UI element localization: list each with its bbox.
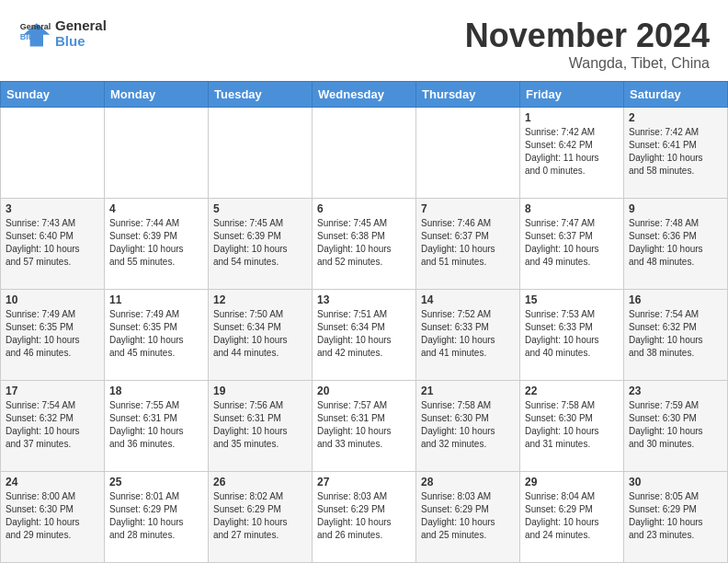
day-info: Sunrise: 7:45 AM Sunset: 6:38 PM Dayligh… bbox=[317, 218, 392, 267]
week-row-1: 1Sunrise: 7:42 AM Sunset: 6:42 PM Daylig… bbox=[1, 108, 728, 199]
day-cell-29: 29Sunrise: 8:04 AM Sunset: 6:29 PM Dayli… bbox=[520, 472, 624, 563]
day-info: Sunrise: 7:48 AM Sunset: 6:36 PM Dayligh… bbox=[629, 218, 703, 267]
day-number: 22 bbox=[525, 385, 619, 397]
day-cell-8: 8Sunrise: 7:47 AM Sunset: 6:37 PM Daylig… bbox=[520, 199, 624, 290]
logo: General Blue General Blue bbox=[18, 17, 107, 50]
day-number: 6 bbox=[317, 202, 411, 215]
week-row-2: 3Sunrise: 7:43 AM Sunset: 6:40 PM Daylig… bbox=[1, 199, 728, 290]
day-number: 18 bbox=[109, 385, 203, 397]
day-number: 23 bbox=[629, 385, 722, 397]
day-number: 11 bbox=[109, 293, 203, 306]
day-number: 20 bbox=[317, 385, 411, 397]
day-cell-10: 10Sunrise: 7:49 AM Sunset: 6:35 PM Dayli… bbox=[1, 290, 105, 381]
empty-cell bbox=[416, 108, 520, 199]
day-number: 21 bbox=[421, 385, 515, 397]
day-number: 24 bbox=[6, 476, 99, 488]
day-info: Sunrise: 8:03 AM Sunset: 6:29 PM Dayligh… bbox=[421, 491, 495, 540]
day-info: Sunrise: 8:01 AM Sunset: 6:29 PM Dayligh… bbox=[109, 491, 184, 540]
day-number: 1 bbox=[525, 111, 619, 124]
day-number: 14 bbox=[421, 293, 515, 306]
day-number: 28 bbox=[421, 476, 515, 488]
weekday-header-row: SundayMondayTuesdayWednesdayThursdayFrid… bbox=[1, 82, 728, 108]
empty-cell bbox=[105, 108, 209, 199]
day-info: Sunrise: 7:50 AM Sunset: 6:34 PM Dayligh… bbox=[213, 309, 288, 358]
day-cell-25: 25Sunrise: 8:01 AM Sunset: 6:29 PM Dayli… bbox=[105, 472, 209, 563]
weekday-header-monday: Monday bbox=[105, 82, 209, 108]
day-number: 3 bbox=[6, 202, 99, 215]
day-cell-5: 5Sunrise: 7:45 AM Sunset: 6:39 PM Daylig… bbox=[209, 199, 313, 290]
day-cell-15: 15Sunrise: 7:53 AM Sunset: 6:33 PM Dayli… bbox=[520, 290, 624, 381]
weekday-header-sunday: Sunday bbox=[1, 82, 105, 108]
day-number: 17 bbox=[6, 385, 99, 397]
day-cell-16: 16Sunrise: 7:54 AM Sunset: 6:32 PM Dayli… bbox=[624, 290, 728, 381]
weekday-header-thursday: Thursday bbox=[416, 82, 520, 108]
weekday-header-tuesday: Tuesday bbox=[209, 82, 313, 108]
day-number: 8 bbox=[525, 202, 619, 215]
day-number: 4 bbox=[109, 202, 203, 215]
day-info: Sunrise: 7:51 AM Sunset: 6:34 PM Dayligh… bbox=[317, 309, 392, 358]
logo-text-blue: Blue bbox=[55, 33, 107, 49]
week-row-5: 24Sunrise: 8:00 AM Sunset: 6:30 PM Dayli… bbox=[1, 472, 728, 563]
day-cell-27: 27Sunrise: 8:03 AM Sunset: 6:29 PM Dayli… bbox=[313, 472, 416, 563]
day-cell-28: 28Sunrise: 8:03 AM Sunset: 6:29 PM Dayli… bbox=[416, 472, 520, 563]
location-title: Wangda, Tibet, China bbox=[465, 55, 710, 72]
day-number: 15 bbox=[525, 293, 619, 306]
day-number: 30 bbox=[629, 476, 722, 488]
day-cell-19: 19Sunrise: 7:56 AM Sunset: 6:31 PM Dayli… bbox=[209, 381, 313, 472]
day-info: Sunrise: 7:54 AM Sunset: 6:32 PM Dayligh… bbox=[6, 400, 80, 449]
day-cell-26: 26Sunrise: 8:02 AM Sunset: 6:29 PM Dayli… bbox=[209, 472, 313, 563]
day-cell-13: 13Sunrise: 7:51 AM Sunset: 6:34 PM Dayli… bbox=[313, 290, 416, 381]
header: General Blue General Blue November 2024 … bbox=[0, 0, 728, 81]
day-cell-6: 6Sunrise: 7:45 AM Sunset: 6:38 PM Daylig… bbox=[313, 199, 416, 290]
day-cell-30: 30Sunrise: 8:05 AM Sunset: 6:29 PM Dayli… bbox=[624, 472, 728, 563]
day-info: Sunrise: 7:45 AM Sunset: 6:39 PM Dayligh… bbox=[213, 218, 288, 267]
page: General Blue General Blue November 2024 … bbox=[0, 0, 728, 563]
day-cell-1: 1Sunrise: 7:42 AM Sunset: 6:42 PM Daylig… bbox=[520, 108, 624, 199]
day-number: 2 bbox=[629, 111, 722, 124]
day-info: Sunrise: 8:05 AM Sunset: 6:29 PM Dayligh… bbox=[629, 491, 703, 540]
day-cell-2: 2Sunrise: 7:42 AM Sunset: 6:41 PM Daylig… bbox=[624, 108, 728, 199]
day-number: 25 bbox=[109, 476, 203, 488]
day-info: Sunrise: 7:42 AM Sunset: 6:41 PM Dayligh… bbox=[629, 127, 703, 176]
month-title: November 2024 bbox=[465, 17, 710, 55]
day-info: Sunrise: 7:53 AM Sunset: 6:33 PM Dayligh… bbox=[525, 309, 599, 358]
day-info: Sunrise: 7:49 AM Sunset: 6:35 PM Dayligh… bbox=[109, 309, 184, 358]
weekday-header-friday: Friday bbox=[520, 82, 624, 108]
day-info: Sunrise: 7:47 AM Sunset: 6:37 PM Dayligh… bbox=[525, 218, 599, 267]
day-info: Sunrise: 8:03 AM Sunset: 6:29 PM Dayligh… bbox=[317, 491, 392, 540]
day-info: Sunrise: 7:58 AM Sunset: 6:30 PM Dayligh… bbox=[421, 400, 495, 449]
day-cell-22: 22Sunrise: 7:58 AM Sunset: 6:30 PM Dayli… bbox=[520, 381, 624, 472]
logo-text-general: General bbox=[55, 17, 107, 33]
day-number: 27 bbox=[317, 476, 411, 488]
day-info: Sunrise: 7:49 AM Sunset: 6:35 PM Dayligh… bbox=[6, 309, 80, 358]
day-number: 10 bbox=[6, 293, 99, 306]
day-info: Sunrise: 8:02 AM Sunset: 6:29 PM Dayligh… bbox=[213, 491, 288, 540]
day-info: Sunrise: 7:56 AM Sunset: 6:31 PM Dayligh… bbox=[213, 400, 288, 449]
calendar-table: SundayMondayTuesdayWednesdayThursdayFrid… bbox=[0, 81, 728, 563]
day-cell-20: 20Sunrise: 7:57 AM Sunset: 6:31 PM Dayli… bbox=[313, 381, 416, 472]
day-number: 19 bbox=[213, 385, 307, 397]
day-info: Sunrise: 7:59 AM Sunset: 6:30 PM Dayligh… bbox=[629, 400, 703, 449]
day-cell-21: 21Sunrise: 7:58 AM Sunset: 6:30 PM Dayli… bbox=[416, 381, 520, 472]
day-cell-24: 24Sunrise: 8:00 AM Sunset: 6:30 PM Dayli… bbox=[1, 472, 105, 563]
title-block: November 2024 Wangda, Tibet, China bbox=[465, 17, 710, 72]
day-number: 16 bbox=[629, 293, 722, 306]
day-info: Sunrise: 7:57 AM Sunset: 6:31 PM Dayligh… bbox=[317, 400, 392, 449]
day-cell-23: 23Sunrise: 7:59 AM Sunset: 6:30 PM Dayli… bbox=[624, 381, 728, 472]
day-info: Sunrise: 7:55 AM Sunset: 6:31 PM Dayligh… bbox=[109, 400, 184, 449]
empty-cell bbox=[1, 108, 105, 199]
weekday-header-saturday: Saturday bbox=[624, 82, 728, 108]
day-cell-17: 17Sunrise: 7:54 AM Sunset: 6:32 PM Dayli… bbox=[1, 381, 105, 472]
day-number: 12 bbox=[213, 293, 307, 306]
week-row-4: 17Sunrise: 7:54 AM Sunset: 6:32 PM Dayli… bbox=[1, 381, 728, 472]
day-cell-18: 18Sunrise: 7:55 AM Sunset: 6:31 PM Dayli… bbox=[105, 381, 209, 472]
day-number: 9 bbox=[629, 202, 722, 215]
svg-text:Blue: Blue bbox=[20, 32, 39, 41]
day-info: Sunrise: 7:52 AM Sunset: 6:33 PM Dayligh… bbox=[421, 309, 495, 358]
day-cell-14: 14Sunrise: 7:52 AM Sunset: 6:33 PM Dayli… bbox=[416, 290, 520, 381]
svg-text:General: General bbox=[20, 22, 51, 31]
weekday-header-wednesday: Wednesday bbox=[313, 82, 416, 108]
day-number: 26 bbox=[213, 476, 307, 488]
day-info: Sunrise: 8:00 AM Sunset: 6:30 PM Dayligh… bbox=[6, 491, 80, 540]
day-info: Sunrise: 7:54 AM Sunset: 6:32 PM Dayligh… bbox=[629, 309, 703, 358]
